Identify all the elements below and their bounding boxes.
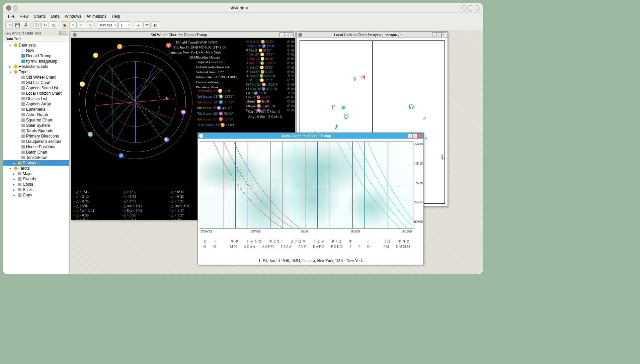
globe-button[interactable]: ◉ <box>61 21 68 29</box>
menu-file[interactable]: File <box>5 13 17 19</box>
wheel-header-left: Donald TrumpFri, Jun 14 1946Jamaica, New… <box>169 40 198 60</box>
app-icon-secondary <box>13 5 18 11</box>
min-icon[interactable]: _ <box>408 133 413 138</box>
close-icon[interactable]: × <box>417 133 422 138</box>
print-button[interactable]: 🖶 <box>22 21 29 29</box>
swap-button[interactable]: ⇄ <box>143 21 151 29</box>
save-button[interactable]: 💾 <box>14 21 21 29</box>
min-icon[interactable]: _ <box>432 32 437 37</box>
tree-tarot-item[interactable]: ▸Cups <box>3 192 69 198</box>
tree-datasets[interactable]: ▾Data sets <box>3 42 69 48</box>
max-icon[interactable]: □ <box>437 32 442 37</box>
step-combo[interactable]: 1 <box>118 21 131 29</box>
window-title: skylendar <box>18 5 460 10</box>
circle1-button[interactable]: ○ <box>69 21 77 29</box>
max-icon[interactable]: □ <box>413 133 417 138</box>
window-icon <box>73 33 77 37</box>
window-icon <box>199 134 203 138</box>
tree-types[interactable]: ▾Types <box>3 69 69 75</box>
tree-type-item[interactable]: Ephemeris <box>3 107 69 112</box>
refresh-button[interactable]: ↻ <box>42 21 49 29</box>
tree-type-item[interactable]: Local Horizon Chart <box>3 91 69 96</box>
menu-windows[interactable]: Windows <box>62 13 84 19</box>
tree-type-item[interactable]: Batch Chart <box>3 150 69 155</box>
max-icon[interactable]: □ <box>284 32 289 37</box>
menubar: File View Charts Data Windows Animations… <box>3 13 483 20</box>
sidebar: Skylendar's Data Tree ◇ × Data Tree ▾Dat… <box>3 30 70 274</box>
tree-tarot-item[interactable]: ▸Sticks <box>3 187 69 192</box>
astrograph-title: Astro-Graph for Donald Trump <box>205 134 408 138</box>
close-button[interactable]: × <box>475 5 480 11</box>
tree-type-item[interactable]: Aspects Array <box>3 101 69 107</box>
clock-button[interactable]: ◷ <box>50 21 57 29</box>
horizon-titlebar[interactable]: Local Horizon Chart for путин, владимир … <box>297 32 448 38</box>
tree-person-putin[interactable]: путин, владимир <box>3 59 69 64</box>
world-map <box>200 142 413 229</box>
std-wheel-titlebar[interactable]: Std Wheel Chart for Donald Trump _ □ × <box>71 32 295 38</box>
sidebar-close-icon[interactable]: × <box>64 31 67 35</box>
tree-restrictions[interactable]: ▸Restrictions sets <box>3 64 69 69</box>
close-icon[interactable]: × <box>289 32 294 37</box>
wheel-elements: Fire : 5 Air : 6Water : 3 Earth : 0Car :… <box>248 99 282 119</box>
close-icon[interactable]: × <box>442 32 446 37</box>
maximize-button[interactable]: ˄ <box>468 5 473 11</box>
min-icon[interactable]: _ <box>279 32 284 37</box>
minimize-button[interactable]: ˅ <box>461 5 467 11</box>
tree-subtypes[interactable]: ▸Subtypes <box>3 160 69 166</box>
menu-animations[interactable]: Animations <box>84 13 109 19</box>
astrograph-canvas: 75N0041N157N3026S1560S00 179W5989W590E00… <box>198 139 423 265</box>
window-astrograph[interactable]: Astro-Graph for Donald Trump _ □ × <box>197 132 424 265</box>
menu-charts[interactable]: Charts <box>31 13 48 19</box>
tree-type-item[interactable]: Squared Chart <box>3 117 69 123</box>
tree-type-item[interactable]: Astro-Graph <box>3 112 69 117</box>
tree-type-item[interactable]: TensorFlow <box>3 155 69 160</box>
tree-type-item[interactable]: Aspects Scan List <box>3 85 69 91</box>
app-icon <box>6 5 11 11</box>
tree-header: Data Tree <box>3 36 69 42</box>
circle2-button[interactable]: ○ <box>78 21 85 29</box>
play-button[interactable]: ▸ <box>135 21 142 29</box>
menu-help[interactable]: Help <box>109 13 123 19</box>
toolbar: ▭ 💾 🖶 ⓘ ↻ ◷ ◉ ○ ○ ○ Minutes 1 ▸ ⇄ ◐ <box>3 20 483 30</box>
mdi-area: Std Wheel Chart for Donald Trump _ □ × <box>70 30 483 274</box>
aspect-lines <box>79 45 192 159</box>
window-icon <box>298 33 302 37</box>
tree-tarot-item[interactable]: ▸Major <box>3 171 69 176</box>
tree-type-item[interactable]: Std List Chart <box>3 80 69 85</box>
menu-data[interactable]: Data <box>48 13 62 19</box>
horizon-title: Local Horizon Chart for путин, владимир <box>304 33 432 37</box>
tree-tarot-item[interactable]: ▸Swords <box>3 176 69 182</box>
circle3-button[interactable]: ○ <box>86 21 93 29</box>
svg-line-8 <box>102 69 159 122</box>
tree-tarot-item[interactable]: ▸Coins <box>3 182 69 187</box>
svg-line-6 <box>97 92 172 119</box>
sidebar-detach-icon[interactable]: ◇ <box>59 31 63 35</box>
menu-view[interactable]: View <box>17 13 31 19</box>
info-button[interactable]: ⓘ <box>33 21 41 29</box>
time-unit-combo[interactable]: Minutes <box>97 21 117 29</box>
tree-person-trump[interactable]: Donald Trump <box>3 53 69 59</box>
tree-type-item[interactable]: Tarots Spreads <box>3 128 69 133</box>
astrograph-footer: 1: Fri, Jun 14 1946, 10:54, Jamaica, New… <box>198 258 423 263</box>
window-titlebar: skylendar ˅ ˄ × <box>3 3 483 13</box>
tree-type-item[interactable]: Std Wheel Chart <box>3 75 69 80</box>
tree-tarots[interactable]: ▾Tarots <box>3 166 69 171</box>
tree-type-item[interactable]: Objects List <box>3 96 69 101</box>
astrograph-titlebar[interactable]: Astro-Graph for Donald Trump _ □ × <box>198 133 423 139</box>
contrast-button[interactable]: ◐ <box>152 21 159 29</box>
tree-type-item[interactable]: Solar System <box>3 123 69 128</box>
sidebar-title: Skylendar's Data Tree ◇ × <box>3 30 69 36</box>
tree-type-item[interactable]: House Positions <box>3 144 69 150</box>
wheel-houses: 1st house: 29°♌ 59'01"3rd house: 21°♎ 12… <box>197 88 235 128</box>
std-wheel-title: Std Wheel Chart for Donald Trump <box>78 33 279 37</box>
wheel-header-mid: 73W48 40N41GMT-5:00, ST+1:00USA - New Yo… <box>196 40 238 89</box>
data-tree[interactable]: ▾Data sets !Now Donald Trump путин, влад… <box>3 42 69 274</box>
new-button[interactable]: ▭ <box>5 21 13 29</box>
tree-now[interactable]: !Now <box>3 48 69 53</box>
tree-type-item[interactable]: Primary Directions <box>3 133 69 139</box>
tree-type-item[interactable]: Gauquelin's sectors <box>3 139 69 144</box>
